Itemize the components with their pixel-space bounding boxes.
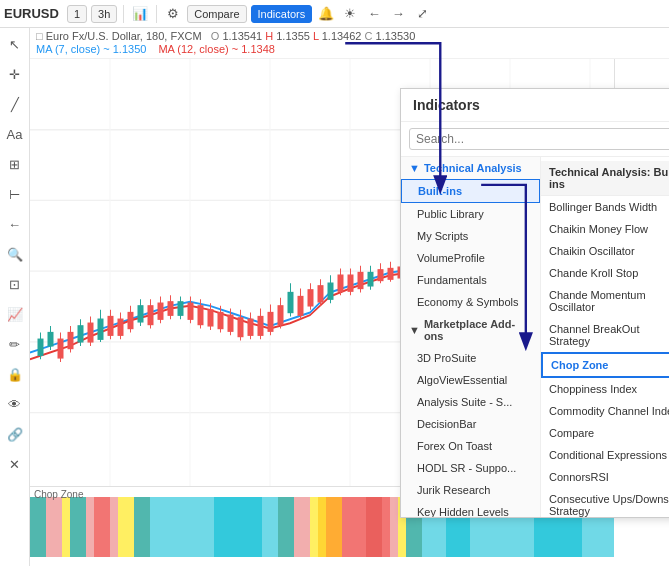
chande-kroll-item[interactable]: Chande Kroll Stop [541,262,669,284]
ma2-label: MA (12, close) ~ 1.1348 [158,43,275,55]
interval-num-btn[interactable]: 1 [67,5,87,23]
settings-icon[interactable]: ⚙ [163,4,183,24]
connorsrsi-item[interactable]: ConnorsRSI [541,466,669,488]
magnify-icon[interactable]: 🔍 [3,242,27,266]
ma-lines: MA (7, close) ~ 1.1350 MA (12, close) ~ … [36,42,663,56]
indicators-search-input[interactable] [409,128,669,150]
svg-rect-140 [126,497,134,557]
right-panel-header: Technical Analysis: Built-ins [541,161,669,196]
svg-rect-137 [102,497,110,557]
key-hidden-item[interactable]: Key Hidden Levels [401,501,540,517]
left-sidebar: ↖ ✛ ╱ Aa ⊞ ⊢ ← 🔍 ⊡ 📈 ✏ 🔒 👁 🔗 ✕ [0,28,30,566]
fundamentals-item[interactable]: Fundamentals [401,269,540,291]
crosshair-icon[interactable]: ✛ [3,62,27,86]
main-layout: ↖ ✛ ╱ Aa ⊞ ⊢ ← 🔍 ⊡ 📈 ✏ 🔒 👁 🔗 ✕ □ Euro Fx… [0,28,669,566]
low-value: 1.13462 [322,30,362,42]
interval-unit-btn[interactable]: 3h [91,5,117,23]
high-value: 1.1355 [276,30,310,42]
indicators-btn[interactable]: Indicators [251,5,313,23]
svg-rect-169 [358,497,366,557]
line-tool-icon[interactable]: ╱ [3,92,27,116]
commodity-channel-item[interactable]: Commodity Channel Index [541,400,669,422]
zoom-icon[interactable]: ⊡ [3,272,27,296]
arrow-tool-icon[interactable]: ← [3,212,27,236]
3dprosuite-item[interactable]: 3D ProSuite [401,347,540,369]
ma1-label: MA (7, close) ~ 1.1350 [36,43,146,55]
svg-rect-139 [118,497,126,557]
svg-rect-163 [310,497,318,557]
svg-rect-166 [334,497,342,557]
svg-rect-141 [134,497,142,557]
cursor-icon[interactable]: ↖ [3,32,27,56]
lock-icon[interactable]: 🔒 [3,362,27,386]
economy-symbols-item[interactable]: Economy & Symbols [401,291,540,313]
chart-title: Euro Fx/U.S. Dollar, 180, FXCM [46,30,202,42]
svg-rect-168 [350,497,358,557]
svg-rect-145 [166,497,174,557]
svg-rect-135 [86,497,94,557]
svg-rect-150 [206,497,214,557]
open-value: 1.13541 [222,30,262,42]
toolbar-separator [123,5,124,23]
conditional-item[interactable]: Conditional Expressions [541,444,669,466]
chart-header: □ Euro Fx/U.S. Dollar, 180, FXCM O 1.135… [30,28,669,59]
fullscreen-icon[interactable]: ⤢ [412,4,432,24]
my-scripts-item[interactable]: My Scripts [401,225,540,247]
tech-analysis-group[interactable]: ▼Technical Analysis [401,157,540,179]
chop-zone-item[interactable]: Chop Zone [541,352,669,378]
marketplace-group[interactable]: ▼Marketplace Add-ons [401,313,540,347]
compare-btn[interactable]: Compare [187,5,246,23]
indicators-body: ▼Technical Analysis Built-ins Public Lib… [401,157,669,517]
svg-rect-151 [214,497,222,557]
svg-rect-131 [54,497,62,557]
chart-type-icon[interactable]: 📊 [130,4,150,24]
oscillator-label: Chop Zone [34,489,83,500]
analysis-suite-item[interactable]: Analysis Suite - S... [401,391,540,413]
jurik-research-item[interactable]: Jurik Research [401,479,540,501]
svg-rect-132 [62,497,70,557]
arrow-right-icon[interactable]: → [388,4,408,24]
built-ins-item[interactable]: Built-ins [401,179,540,203]
consecutive-item[interactable]: Consecutive Ups/Downs Strategy⊕ [541,488,669,517]
symbol-label: EURUSD [4,6,59,21]
algoview-item[interactable]: AlgoViewEssential [401,369,540,391]
decisionbar-item[interactable]: DecisionBar [401,413,540,435]
svg-rect-167 [342,497,350,557]
eye-icon[interactable]: 👁 [3,392,27,416]
brush-icon[interactable]: ✏ [3,332,27,356]
svg-rect-129 [38,497,46,557]
svg-rect-173 [390,497,398,557]
bollinger-item[interactable]: Bollinger Bands Width [541,196,669,218]
indicators-panel: Indicators ▼Technical Analysis Built-ins… [400,88,669,518]
svg-rect-170 [366,497,374,557]
svg-rect-154 [238,497,246,557]
choppiness-item[interactable]: Choppiness Index [541,378,669,400]
trash-icon[interactable]: ✕ [3,452,27,476]
indicators-left-panel: ▼Technical Analysis Built-ins Public Lib… [401,157,541,517]
arrow-left-icon[interactable]: ← [364,4,384,24]
chaikin-osc-item[interactable]: Chaikin Oscillator [541,240,669,262]
text-tool-icon[interactable]: Aa [3,122,27,146]
alerts-icon[interactable]: 🔔 [316,4,336,24]
svg-rect-164 [318,497,326,557]
hodl-sr-item[interactable]: HODL SR - Suppo... [401,457,540,479]
chande-momentum-item[interactable]: Chande Momentum Oscillator [541,284,669,318]
pattern-icon[interactable]: ⊞ [3,152,27,176]
indicators-right-panel: Technical Analysis: Built-ins Bollinger … [541,157,669,517]
volume-profile-item[interactable]: VolumeProfile [401,247,540,269]
public-library-item[interactable]: Public Library [401,203,540,225]
replay-icon[interactable]: ☀ [340,4,360,24]
link-icon[interactable]: 🔗 [3,422,27,446]
forex-on-toast-item[interactable]: Forex On Toast [401,435,540,457]
channel-breakout-item[interactable]: Channel BreakOut Strategy⊕ [541,318,669,352]
svg-rect-133 [70,497,78,557]
svg-rect-134 [78,497,86,557]
chaikin-money-item[interactable]: Chaikin Money Flow [541,218,669,240]
compare-item[interactable]: Compare [541,422,669,444]
svg-rect-130 [46,497,54,557]
indicator-sidebar-icon[interactable]: 📈 [3,302,27,326]
svg-rect-158 [270,497,278,557]
svg-rect-143 [150,497,158,557]
ruler-icon[interactable]: ⊢ [3,182,27,206]
svg-rect-159 [278,497,286,557]
